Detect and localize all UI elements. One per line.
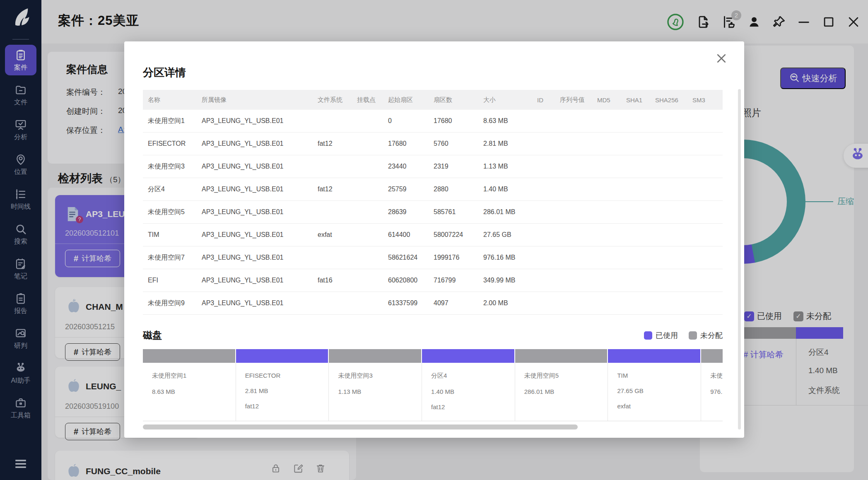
legend-used: 已使用 — [644, 330, 678, 340]
cell-empty — [555, 110, 592, 133]
segment-text: 未使用空间5 — [524, 372, 608, 380]
segment-text: 未使用空间3 — [338, 372, 422, 380]
partition-row[interactable]: 分区4AP3_LEUNG_YL_USB.E01fat122575928801.4… — [143, 178, 723, 201]
cell-mount — [352, 201, 383, 224]
cell-mount — [352, 178, 383, 201]
partition-row[interactable]: 未使用空间3AP3_LEUNG_YL_USB.E012344023191.13 … — [143, 155, 723, 178]
cell-empty — [592, 201, 621, 224]
partition-row[interactable]: 未使用空间1AP3_LEUNG_YL_USB.E010176808.63 MB — [143, 110, 723, 133]
cell-empty — [592, 269, 621, 292]
cell-empty — [532, 201, 555, 224]
segment-text: 286.01 MB — [524, 388, 608, 395]
column-header: ID — [532, 90, 555, 110]
scrollbar-thumb[interactable] — [143, 425, 578, 429]
scrollbar-thumb[interactable] — [738, 89, 741, 429]
cell-name: 未使用空间9 — [143, 292, 197, 315]
cell-empty — [650, 155, 687, 178]
disk-segment-label: 未使用空间5286.01 MB — [515, 363, 608, 421]
cell-start: 28639 — [383, 201, 429, 224]
disk-segment-bar — [422, 349, 515, 363]
cell-name: TIM — [143, 224, 197, 246]
cell-name: 未使用空间1 — [143, 110, 197, 133]
cell-empty — [555, 269, 592, 292]
partition-row[interactable]: 未使用空间9AP3_LEUNG_YL_USB.E016133759940972.… — [143, 292, 723, 315]
disk-segment-label: 未使用空间31.13 MB — [329, 363, 422, 421]
disk-segment-label: 未使用空间18.63 MB — [143, 363, 236, 421]
column-header: 序列号值 — [555, 90, 592, 110]
partition-row[interactable]: EFISECTORAP3_LEUNG_YL_USB.E01fat12176805… — [143, 133, 723, 155]
disk-segment-bar — [608, 349, 701, 363]
cell-empty — [532, 246, 555, 269]
cell-empty — [532, 133, 555, 155]
segment-text: 1.13 MB — [338, 388, 422, 395]
cell-empty — [687, 178, 723, 201]
column-header: 起始扇区 — [383, 90, 429, 110]
cell-empty — [592, 178, 621, 201]
cell-size: 2.00 MB — [478, 292, 532, 315]
cell-empty — [555, 224, 592, 246]
column-header: 所属镜像 — [197, 90, 313, 110]
partition-row[interactable]: 未使用空间5AP3_LEUNG_YL_USB.E0128639585761286… — [143, 201, 723, 224]
disk-segment-label: EFISECTOR2.81 MBfat12 — [236, 363, 329, 421]
segment-text: 1.40 MB — [431, 388, 515, 395]
cell-empty — [621, 133, 650, 155]
cell-empty — [621, 246, 650, 269]
cell-start: 614400 — [383, 224, 429, 246]
cell-empty — [555, 201, 592, 224]
cell-start: 60620800 — [383, 269, 429, 292]
cell-empty — [532, 110, 555, 133]
legend-swatch — [644, 331, 652, 340]
cell-empty — [592, 292, 621, 315]
cell-empty — [650, 201, 687, 224]
cell-empty — [650, 133, 687, 155]
table-header: 名称 所属镜像 文件系统 挂载点 起始扇区 扇区数 大小 ID 序列号值 MD5… — [143, 90, 723, 110]
cell-mount — [352, 110, 383, 133]
cell-empty — [650, 292, 687, 315]
partition-row[interactable]: 未使用空间7AP3_LEUNG_YL_USB.E0158621624199917… — [143, 246, 723, 269]
partition-table: 名称 所属镜像 文件系统 挂载点 起始扇区 扇区数 大小 ID 序列号值 MD5… — [143, 90, 723, 315]
cell-empty — [621, 224, 650, 246]
segment-text: 2.81 MB — [245, 387, 329, 394]
disk-legend: 已使用 未分配 — [644, 330, 723, 340]
column-header: SM3 — [687, 90, 723, 110]
column-header: SHA1 — [621, 90, 650, 110]
cell-empty — [532, 224, 555, 246]
cell-fs — [313, 110, 352, 133]
segment-text: fat12 — [245, 403, 329, 410]
cell-fs — [313, 246, 352, 269]
disk-section-header: 磁盘 已使用 未分配 — [143, 329, 723, 342]
cell-start: 23440 — [383, 155, 429, 178]
partition-details-dialog: 分区详情 名称 所属镜像 文件系统 挂载点 起始扇区 扇区数 大小 ID 序列号… — [124, 41, 744, 438]
cell-empty — [621, 201, 650, 224]
disk-segment-label: TIM27.65 GBexfat — [608, 363, 701, 421]
partition-row[interactable]: TIMAP3_LEUNG_YL_USB.E01exfat614400580072… — [143, 224, 723, 246]
cell-mount — [352, 133, 383, 155]
cell-fs: fat16 — [313, 269, 352, 292]
cell-sectors: 4097 — [429, 292, 478, 315]
cell-name: 未使用空间5 — [143, 201, 197, 224]
disk-segment-label: 分区41.40 MBfat12 — [422, 363, 515, 421]
cell-size: 2.81 MB — [478, 133, 532, 155]
cell-empty — [687, 292, 723, 315]
column-header: SHA256 — [650, 90, 687, 110]
cell-image: AP3_LEUNG_YL_USB.E01 — [197, 246, 313, 269]
cell-mount — [352, 292, 383, 315]
cell-empty — [687, 224, 723, 246]
cell-start: 0 — [383, 110, 429, 133]
cell-start: 58621624 — [383, 246, 429, 269]
cell-empty — [650, 178, 687, 201]
cell-empty — [650, 269, 687, 292]
cell-empty — [532, 269, 555, 292]
cell-name: 分区4 — [143, 178, 197, 201]
cell-fs: exfat — [313, 224, 352, 246]
disk-segment-label: 未使用空间7976.16 MB — [701, 363, 723, 421]
cell-name: 未使用空间7 — [143, 246, 197, 269]
cell-size: 8.63 MB — [478, 110, 532, 133]
cell-size: 286.01 MB — [478, 201, 532, 224]
cell-mount — [352, 224, 383, 246]
cell-empty — [687, 155, 723, 178]
partition-row[interactable]: EFIAP3_LEUNG_YL_USB.E01fat16606208007167… — [143, 269, 723, 292]
segment-text: 分区4 — [431, 372, 515, 380]
close-icon[interactable] — [715, 52, 728, 66]
cell-empty — [687, 201, 723, 224]
